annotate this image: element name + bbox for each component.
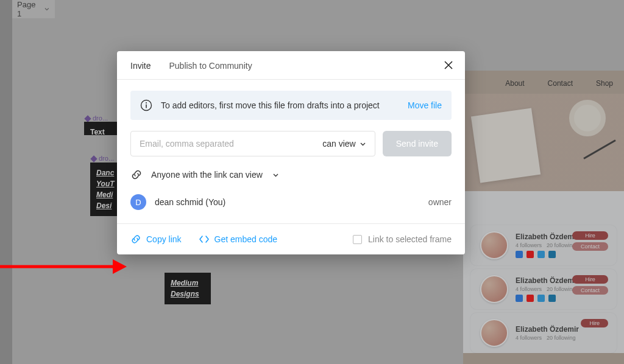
member-name: dean schmid (You)	[155, 197, 225, 207]
link-icon	[130, 234, 141, 245]
link-to-frame-label: Link to selected frame	[368, 234, 452, 244]
move-file-link[interactable]: Move file	[408, 100, 442, 110]
link-access-label: Anyone with the link can view	[151, 170, 263, 180]
tab-publish[interactable]: Publish to Community	[169, 61, 252, 71]
info-text: To add editors, first move this file fro…	[161, 100, 380, 110]
embed-code-label: Get embed code	[214, 234, 278, 244]
modal-footer: Copy link Get embed code Link to selecte…	[117, 223, 465, 254]
link-access-row[interactable]: Anyone with the link can view	[130, 169, 452, 181]
email-input[interactable]	[140, 139, 322, 149]
member-avatar: D	[130, 194, 146, 210]
permission-select[interactable]: can view	[322, 139, 366, 149]
info-banner: To add editors, first move this file fro…	[130, 91, 452, 120]
link-to-frame-toggle[interactable]: Link to selected frame	[353, 234, 452, 244]
email-input-wrap[interactable]: can view	[130, 131, 375, 156]
code-icon	[199, 234, 210, 245]
svg-rect-2	[146, 105, 147, 108]
copy-link-button[interactable]: Copy link	[130, 234, 182, 245]
chevron-down-icon	[360, 141, 366, 147]
link-icon	[130, 169, 143, 181]
tab-invite[interactable]: Invite	[130, 61, 151, 71]
share-modal: Invite Publish to Community To add edito…	[117, 51, 465, 254]
chevron-down-icon	[272, 172, 279, 178]
modal-tabs: Invite Publish to Community	[117, 51, 465, 80]
svg-point-1	[146, 102, 147, 103]
member-row: D dean schmid (You) owner	[130, 194, 452, 210]
send-invite-button[interactable]: Send invite	[383, 131, 452, 156]
embed-code-button[interactable]: Get embed code	[199, 234, 278, 245]
checkbox-icon	[353, 235, 362, 244]
close-icon	[443, 60, 454, 71]
close-button[interactable]	[443, 60, 454, 73]
info-icon	[140, 99, 152, 111]
permission-label: can view	[322, 139, 355, 149]
member-role: owner	[428, 197, 452, 207]
copy-link-label: Copy link	[146, 234, 182, 244]
